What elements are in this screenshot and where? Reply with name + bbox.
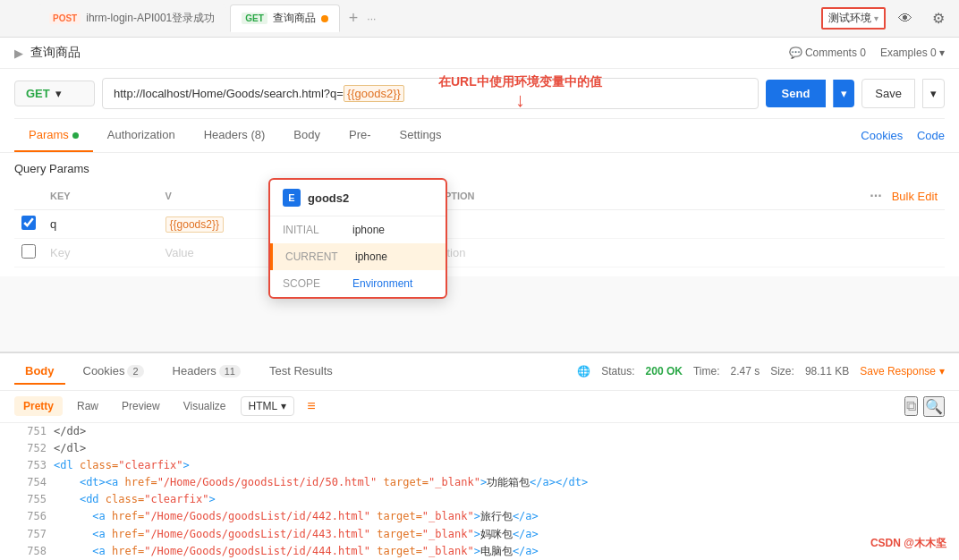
- tab-dot: [321, 15, 328, 22]
- tab-params[interactable]: Params: [14, 119, 93, 152]
- gear-button[interactable]: ⚙: [925, 6, 952, 30]
- code-line-753: 753 <dl class="clearfix">: [14, 457, 945, 474]
- response-section: Body Cookies2 Headers11 Test Results 🌐 S…: [0, 352, 959, 561]
- time-value: 2.47 s: [731, 365, 760, 378]
- raw-button[interactable]: Raw: [68, 396, 107, 416]
- env-selector: 测试环境 ▾ 👁 ⚙: [821, 6, 952, 30]
- code-block: 751 </dd> 752 </dl> 753 <dl class="clear…: [0, 423, 959, 561]
- chevron-down-icon: ▾: [874, 13, 878, 23]
- key-placeholder[interactable]: Key: [43, 239, 158, 267]
- row-checkbox[interactable]: [21, 216, 36, 230]
- url-param: {{goods2}}: [344, 85, 404, 102]
- code-line-752: 752 </dl>: [14, 440, 945, 457]
- method-select[interactable]: GET ▾: [14, 81, 95, 106]
- tab-get-title: 查询商品: [273, 11, 316, 26]
- send-button[interactable]: Send: [766, 80, 827, 107]
- tooltip-scope-row: SCOPE Environment: [270, 270, 446, 297]
- comments-label: 💬 Comments 0: [789, 47, 866, 59]
- tab-bar: POST ihrm-login-API001登录成功 GET 查询商品 + ··…: [0, 0, 959, 38]
- response-status: 🌐 Status: 200 OK Time: 2.47 s Size: 98.1…: [577, 365, 945, 378]
- size-label: Size:: [770, 365, 794, 378]
- url-display[interactable]: http://localhost/Home/Goods/search.html?…: [102, 78, 759, 109]
- method-badge-post: POST: [49, 13, 81, 24]
- tab-get[interactable]: GET 查询商品: [230, 4, 340, 32]
- pretty-button[interactable]: Pretty: [14, 396, 63, 416]
- cookies-link[interactable]: Cookies: [861, 129, 903, 142]
- resp-tab-body[interactable]: Body: [14, 359, 65, 385]
- status-value: 200 OK: [646, 365, 683, 378]
- tooltip-scope-value: Environment: [352, 277, 412, 290]
- tooltip-current-value: iphone: [355, 250, 387, 263]
- url-base: http://localhost/Home/Goods/search.html?…: [114, 87, 344, 100]
- method-chevron-icon: ▾: [55, 87, 62, 100]
- save-dropdown-button[interactable]: ▾: [922, 79, 945, 108]
- tab-body[interactable]: Body: [279, 119, 335, 152]
- tab-more-button[interactable]: ···: [367, 13, 376, 25]
- empty-checkbox[interactable]: [21, 244, 36, 259]
- params-dot: [72, 132, 79, 139]
- resp-tab-test-results[interactable]: Test Results: [259, 359, 344, 385]
- code-link[interactable]: Code: [917, 129, 945, 142]
- env-label: 测试环境: [828, 12, 871, 24]
- tab-add-button[interactable]: +: [344, 9, 364, 28]
- col-checkbox: [14, 182, 43, 210]
- tab-post-title: ihrm-login-API001登录成功: [86, 11, 215, 26]
- table-row-empty: Key Value Description: [14, 239, 945, 267]
- tooltip-initial-row: INITIAL iphone: [270, 216, 446, 243]
- request-header: ▶ 查询商品 💬 Comments 0 Examples 0 ▾: [0, 38, 959, 69]
- tab-pre[interactable]: Pre-: [335, 119, 386, 152]
- tab-post[interactable]: POST ihrm-login-API001登录成功: [38, 4, 226, 32]
- row-key[interactable]: q: [43, 210, 158, 239]
- copy-button[interactable]: ⧉: [904, 396, 918, 416]
- params-section: Query Params KEY V DESCRIPTION ··· Bulk …: [0, 153, 959, 276]
- save-response-button[interactable]: Save Response ▾: [860, 365, 945, 378]
- html-select[interactable]: HTML ▾: [241, 396, 295, 416]
- code-line-758: 758 <a href="/Home/Goods/goodsList/id/44…: [14, 543, 945, 560]
- eye-button[interactable]: 👁: [891, 7, 920, 30]
- method-text: GET: [26, 87, 50, 100]
- format-bar: Pretty Raw Preview Visualize HTML ▾ ≡ ⧉ …: [0, 391, 959, 423]
- csdn-watermark: CSDN @木木坚: [865, 534, 952, 553]
- code-line-755: 755 <dd class="clearfix">: [14, 491, 945, 508]
- visualize-button[interactable]: Visualize: [174, 396, 235, 416]
- code-line-757: 757 <a href="/Home/Goods/goodsList/id/44…: [14, 526, 945, 543]
- tooltip-scope-label: SCOPE: [283, 277, 345, 290]
- params-table: KEY V DESCRIPTION ··· Bulk Edit q {{good…: [14, 182, 945, 267]
- tab-authorization[interactable]: Authorization: [93, 119, 190, 152]
- resp-tab-cookies[interactable]: Cookies2: [72, 359, 155, 385]
- send-dropdown-button[interactable]: ▾: [833, 80, 854, 107]
- code-line-754: 754 <dt><a href="/Home/Goods/goodsList/i…: [14, 474, 945, 491]
- tooltip-current-label: CURRENT: [285, 250, 348, 263]
- dots-icon: ···: [870, 188, 881, 203]
- chevron-icon: ▾: [281, 400, 286, 412]
- request-tabs: Params Authorization Headers (8) Body Pr…: [0, 119, 959, 153]
- status-label: Status:: [601, 365, 634, 378]
- prettify-icon[interactable]: ≡: [307, 398, 315, 414]
- tooltip-header: E goods2: [270, 180, 446, 216]
- preview-button[interactable]: Preview: [113, 396, 169, 416]
- toggle-arrow-icon[interactable]: ▶: [14, 47, 23, 60]
- env-icon: E: [283, 189, 301, 207]
- response-tabs: Body Cookies2 Headers11 Test Results 🌐 S…: [0, 353, 959, 391]
- code-line-751: 751 </dd>: [14, 423, 945, 440]
- size-value: 98.11 KB: [805, 365, 849, 378]
- method-badge-get: GET: [242, 13, 267, 24]
- save-button[interactable]: Save: [861, 79, 915, 108]
- tooltip-initial-label: INITIAL: [283, 224, 345, 236]
- request-title: 查询商品: [30, 45, 81, 61]
- tooltip-env-name: goods2: [308, 191, 349, 205]
- col-key: KEY: [43, 182, 158, 210]
- query-params-title: Query Params: [14, 162, 945, 175]
- bulk-edit-button[interactable]: Bulk Edit: [892, 190, 938, 203]
- annotation-arrow-icon: ↓: [515, 90, 525, 110]
- tab-settings[interactable]: Settings: [386, 119, 456, 152]
- code-line-756: 756 <a href="/Home/Goods/goodsList/id/44…: [14, 508, 945, 525]
- tooltip-current-row: CURRENT iphone: [270, 243, 446, 270]
- resp-tab-headers[interactable]: Headers11: [162, 359, 251, 385]
- globe-icon: 🌐: [577, 365, 590, 378]
- tabs-right: Cookies Code: [850, 129, 945, 142]
- env-dropdown[interactable]: 测试环境 ▾: [821, 7, 886, 30]
- search-button[interactable]: 🔍: [923, 396, 945, 417]
- tab-headers[interactable]: Headers (8): [190, 119, 280, 152]
- col-actions: ··· Bulk Edit: [672, 182, 945, 210]
